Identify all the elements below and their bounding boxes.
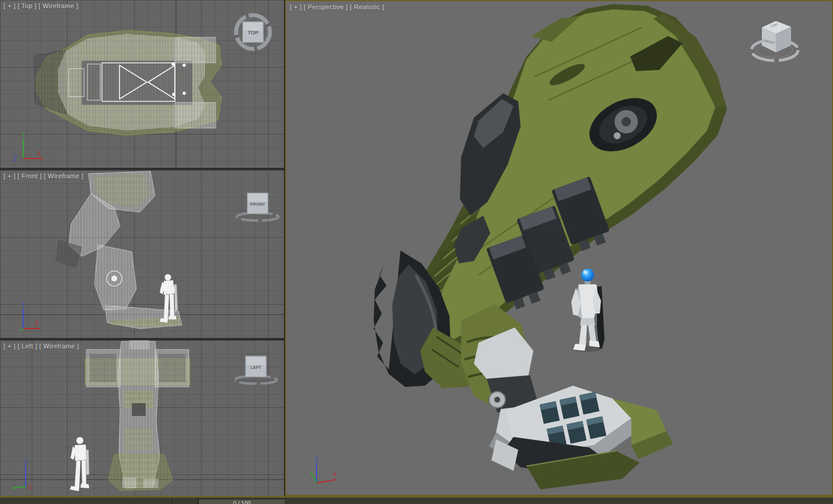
axis-label-y: Y — [22, 132, 26, 138]
viewport-front[interactable]: [ + ] [ Front ] [ Wireframe ] FRONT Z X — [0, 170, 284, 338]
top-view-wireframe-model[interactable] — [34, 30, 222, 135]
axis-label-x: X — [28, 484, 32, 491]
perspective-canvas — [286, 1, 832, 495]
viewcube-left-face-label[interactable]: LEFT — [251, 365, 262, 370]
viewport-top-label[interactable]: [ + ] [ Top ] [ Wireframe ] — [3, 2, 78, 9]
viewport-left[interactable]: [ + ] [ Left ] [ Wireframe ] LEFT Z X — [0, 340, 284, 496]
axis-tripod-left: Z X — [6, 459, 48, 492]
viewport-top[interactable]: [ + ] [ Top ] [ Wireframe ] TOP Y X Z — [0, 0, 284, 168]
time-slider-bar[interactable]: 0 / 100 — [0, 496, 833, 504]
axis-tripod-front: Z X — [6, 301, 48, 334]
front-view-wireframe-model[interactable] — [56, 171, 182, 329]
mech-model[interactable] — [374, 4, 727, 489]
axis-tripod-perspective: Z X — [301, 454, 343, 488]
axis-label-z: Z — [315, 456, 318, 463]
axis-label-z: Z — [24, 460, 27, 466]
axis-label-x: X — [37, 150, 41, 157]
viewport-perspective-label[interactable]: [ + ] [ Perspective ] [ Realistic ] — [290, 3, 384, 10]
axis-label-z: Z — [13, 156, 17, 162]
viewcube-left[interactable]: LEFT — [235, 354, 279, 387]
soldier-helmet — [581, 269, 594, 281]
viewport-layout: [ + ] [ Top ] [ Wireframe ] TOP Y X Z — [0, 0, 833, 504]
viewcube-top[interactable]: TOP — [232, 10, 276, 55]
soldier-figure[interactable] — [571, 269, 604, 352]
axis-label-x: X — [35, 320, 39, 326]
time-slider-tick — [172, 498, 173, 504]
viewcube-top-face-label[interactable]: TOP — [248, 30, 258, 36]
left-view-soldier[interactable] — [70, 437, 89, 491]
viewport-front-label[interactable]: [ + ] [ Front ] [ Wireframe ] — [3, 172, 83, 179]
viewport-left-label[interactable]: [ + ] [ Left ] [ Wireframe ] — [3, 343, 79, 350]
axis-tripod-top: Y X Z — [6, 131, 48, 164]
time-slider-handle[interactable]: 0 / 100 — [198, 499, 286, 504]
viewcube-perspective[interactable]: TOP FRONT — [746, 16, 810, 65]
axis-label-z: Z — [22, 302, 25, 308]
viewcube-front-face-label[interactable]: FRONT — [250, 202, 265, 207]
viewcube-front[interactable]: FRONT — [236, 191, 280, 224]
viewport-perspective[interactable]: [ + ] [ Perspective ] [ Realistic ] TOP … — [285, 0, 833, 496]
left-view-wireframe-model[interactable] — [85, 340, 190, 491]
axis-label-x: X — [333, 471, 337, 477]
